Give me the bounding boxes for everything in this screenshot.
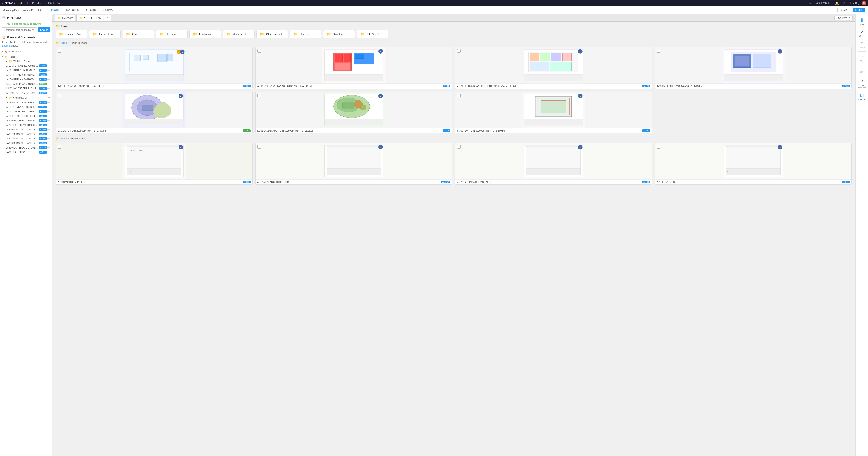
card-checkbox[interactable] xyxy=(58,145,61,149)
help-icon[interactable]: ❓ xyxy=(842,2,846,5)
tab-close-icon[interactable]: ✕ xyxy=(107,17,108,19)
nav-calendar[interactable]: CALENDAR xyxy=(48,2,62,4)
list-item[interactable]: A-300 BLDG SECT AND DET 201900845764 1 A… xyxy=(2,127,52,132)
finished-plans-header[interactable]: ▼ 📁 *Finished Plans xyxy=(2,59,52,63)
item-more-icon[interactable]: ⋯ xyxy=(47,87,50,90)
folder-architectural[interactable]: 📁 Architectural xyxy=(89,30,121,38)
item-more-icon[interactable]: ⋯ xyxy=(47,78,50,81)
nav-projects[interactable]: PROJECTS xyxy=(32,2,45,4)
item-more-icon[interactable]: ⋯ xyxy=(47,142,50,145)
item-more-icon[interactable]: ⋯ xyxy=(47,146,50,149)
card-checkbox[interactable] xyxy=(657,145,660,149)
arch-more-icon[interactable]: ⋯ xyxy=(47,96,50,99)
plan-card-a101[interactable]: A S A-101 FL PLAN 201900845764__1_A-101.… xyxy=(56,47,253,89)
item-more-icon[interactable]: ⋯ xyxy=(47,110,50,113)
card-checkbox[interactable] xyxy=(457,94,461,97)
card-checkbox[interactable] xyxy=(657,49,660,53)
folder-finished-plans[interactable]: 📁 Finished Plans xyxy=(56,30,87,38)
list-item[interactable]: A-302 BLDG SECT AND DET 201900845764 1 A… xyxy=(2,136,52,141)
breadcrumb-plans-link[interactable]: Plans xyxy=(60,41,67,44)
list-item[interactable]: A-122 INT FIN AND BRANDING LEGEND 201900… xyxy=(2,109,52,114)
plan-card-s100[interactable]: A S-100 FDN PLAN 201900845764__1_S-100.p… xyxy=(455,92,652,133)
upload-button[interactable]: ⬆ Upload xyxy=(857,16,867,27)
plan-card-c301[interactable]: A C3.01 SITE PLAN 201900845764__1_C3.01.… xyxy=(56,92,253,133)
folder-plumbing[interactable]: 📁 Plumbing xyxy=(290,30,321,38)
arch-breadcrumb-plans-link[interactable]: Plans xyxy=(60,137,67,140)
open-button[interactable]: ↗ Open xyxy=(857,28,867,39)
item-more-icon[interactable]: ⋯ xyxy=(47,101,50,104)
item-more-icon[interactable]: ⋯ xyxy=(47,137,50,140)
nav-items-label[interactable]: ITEMS xyxy=(806,2,813,4)
list-item[interactable]: A-099 PARTITION TYPES 201900845764 1 A-0… xyxy=(2,100,52,105)
folder-landscape[interactable]: 📁 Landscape xyxy=(189,30,221,38)
list-item[interactable]: A-303 BLDG SECT AND DET 201900845764 1 A… xyxy=(2,141,52,145)
item-more-icon[interactable]: ⋯ xyxy=(47,123,50,127)
item-more-icon[interactable]: ⋯ xyxy=(47,91,50,94)
selected-button[interactable]: ☑ Selected xyxy=(857,91,867,102)
plan-card-arch1[interactable]: Title Block Content Larimer A A-099 PART… xyxy=(56,143,253,185)
bookmarks-header[interactable]: ▶ 🔖 Bookmarks xyxy=(0,50,52,54)
item-more-icon[interactable]: ⋯ xyxy=(47,82,50,86)
list-item[interactable]: A-101A ENLARGED DR-THRU PLAN AND DET 201… xyxy=(2,105,52,109)
item-more-icon[interactable]: ⋯ xyxy=(47,73,50,77)
tab-takeoffs[interactable]: TAKEOFFS xyxy=(63,6,81,14)
list-item[interactable]: A-201 EXT ELEV 201900845764 1 A-201.pdf … xyxy=(2,123,52,127)
tab-overview[interactable]: 📁 Overview xyxy=(55,15,75,21)
print-button[interactable]: 🖨 Print Selected xyxy=(857,78,867,90)
item-more-icon[interactable]: ⋯ xyxy=(47,69,50,72)
item-more-icon[interactable]: ⋯ xyxy=(47,105,50,109)
card-checkbox[interactable] xyxy=(457,145,461,149)
list-item[interactable]: A-200 EXT ELEV 201900845764 1 A-200.pdf … xyxy=(2,118,52,123)
folder-civil[interactable]: 📁 Civil xyxy=(123,30,154,38)
sheet-ids-link[interactable]: sheet ids xyxy=(2,44,12,47)
list-item[interactable]: S-100 FDN PLAN 201900845764 1 S-100.pdf … xyxy=(2,91,52,95)
list-item[interactable]: A-130 RF PLAN 201900845764 1 A-130.pdf A… xyxy=(2,77,52,82)
list-item[interactable]: A-310 EXT BLDG DET 201900845764 1 A-310.… xyxy=(2,145,52,150)
item-more-icon[interactable]: ⋯ xyxy=(47,151,50,154)
plan-card-l101[interactable]: A L1.01 LANDSCAPE PLAN 201900845764__1_L… xyxy=(255,92,453,133)
tab-estimates[interactable]: ESTIMATES xyxy=(101,6,120,14)
plan-card-arch3[interactable]: Larimer A A-122 INT FIN AND BRANDING... … xyxy=(455,143,652,185)
card-checkbox[interactable] xyxy=(457,49,461,53)
plans-more-icon[interactable]: ⋯ xyxy=(47,55,50,59)
tab-plans[interactable]: PLANS xyxy=(49,6,62,14)
folder-title-sheet[interactable]: 📁 Title Sheet xyxy=(357,30,388,38)
architectural-header[interactable]: ▼ 📁 Architectural ⋯ xyxy=(2,95,52,100)
card-checkbox[interactable] xyxy=(257,94,261,97)
overview-dropdown[interactable]: Overview ▼ xyxy=(834,16,852,20)
folder-structural[interactable]: 📁 Structural xyxy=(323,30,355,38)
list-item[interactable]: A-111 REFL CLG PLAN 201900845764 1 A-111… xyxy=(2,68,52,72)
plan-card-arch2[interactable]: Larimer A A-101A ENLARGED DR-THRU... A-1… xyxy=(255,143,453,185)
list-item[interactable]: A-101 FL PLAN 201900845764 1 A-101.pdf A… xyxy=(2,63,52,68)
section-more-icon[interactable]: ⋯ xyxy=(46,35,50,39)
folder-electrical[interactable]: 📁 Electrical xyxy=(156,30,188,38)
list-item[interactable]: A-140 TRASH ENCL 201900845764 1 A-140.pd… xyxy=(2,114,52,118)
search-button[interactable]: Search xyxy=(38,27,51,32)
share-button[interactable]: SHARE xyxy=(837,8,851,12)
plan-card-a121[interactable]: A A-121 FIN AND BRANDING PLAN 2019008457… xyxy=(455,47,652,89)
tab-a101[interactable]: 📁 A-101 FL PLAN 2... ✕ xyxy=(76,15,112,21)
list-item[interactable]: C3.01 SITE PLAN 201900845764 1 C3.01.pdf… xyxy=(2,82,52,86)
notification-icon[interactable]: 🔔 xyxy=(835,2,839,5)
tab-reports[interactable]: REPORTS xyxy=(82,6,100,14)
plans-header[interactable]: ▼ 📁 Plans ⋯ xyxy=(0,54,52,59)
item-more-icon[interactable]: ⋯ xyxy=(47,119,50,122)
list-item[interactable]: A-311 EXT BLDG DET A-311 ⋯ xyxy=(2,150,52,154)
card-checkbox[interactable] xyxy=(257,145,261,149)
user-avatar[interactable]: DJ xyxy=(862,1,866,5)
invite-button[interactable]: INVITE xyxy=(853,8,865,12)
card-checkbox[interactable] xyxy=(257,49,261,53)
list-item[interactable]: L1.01 LANDSCAPE PLAN 201900845764 1 L1.0… xyxy=(2,86,52,91)
folder-mechanical[interactable]: 📁 Mechanical xyxy=(223,30,254,38)
card-checkbox[interactable] xyxy=(58,94,61,97)
card-checkbox[interactable] xyxy=(58,49,61,53)
plan-card-arch4[interactable]: Larimer A A-140 TRASH ENCL... A-140 xyxy=(655,143,852,185)
search-input[interactable] xyxy=(2,27,37,32)
item-more-icon[interactable]: ⋯ xyxy=(47,128,50,131)
item-more-icon[interactable]: ⋯ xyxy=(47,132,50,135)
list-item[interactable]: A-121 FIN AND BRANDING PLAN 201900845764… xyxy=(2,72,52,77)
item-more-icon[interactable]: ⋯ xyxy=(47,114,50,118)
item-more-icon[interactable]: ⋯ xyxy=(47,64,50,67)
plan-card-a130[interactable]: A A-130 RF PLAN 201900845764__1_A-130.pd… xyxy=(655,47,852,89)
folder-other-special[interactable]: 📁 Other-Special xyxy=(256,30,288,38)
